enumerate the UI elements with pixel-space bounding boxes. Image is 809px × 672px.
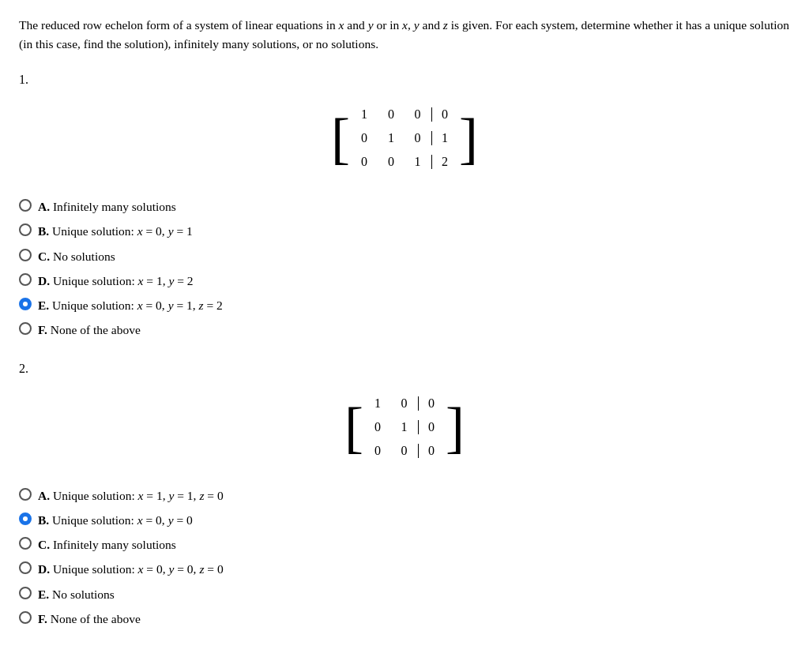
option-1e[interactable]: E. Unique solution: x = 0, y = 1, z = 2 (19, 296, 790, 314)
question-1-section: 1. [ 1 0 0 0 0 1 0 1 0 0 1 2 ] (19, 73, 790, 340)
cell-1-2-2: 1 (380, 131, 402, 145)
cell-1-3-3: 1 (407, 155, 432, 169)
matrix-1: [ 1 0 0 0 0 1 0 1 0 0 1 2 ] (331, 103, 478, 174)
option-1f-label: F. None of the above (38, 321, 141, 339)
cell-2-1-1: 1 (367, 396, 389, 411)
radio-1e[interactable] (19, 298, 32, 310)
option-2a[interactable]: A. Unique solution: x = 1, y = 1, z = 0 (19, 486, 790, 505)
matrix-2: [ 1 0 0 0 1 0 0 0 0 ] (344, 392, 465, 463)
question-2-options: A. Unique solution: x = 1, y = 1, z = 0 … (19, 486, 790, 629)
option-2e[interactable]: E. No solutions (19, 585, 790, 603)
cell-2-1-2: 0 (393, 396, 419, 411)
cell-2-3-3: 0 (420, 444, 442, 458)
cell-2-3-1: 0 (367, 444, 389, 458)
radio-2a[interactable] (19, 488, 32, 501)
option-1d[interactable]: D. Unique solution: x = 1, y = 2 (19, 272, 790, 290)
option-2c-label: C. Infinitely many solutions (38, 535, 176, 554)
option-2b-label: B. Unique solution: x = 0, y = 0 (38, 511, 193, 529)
cell-1-1-4: 0 (434, 107, 456, 122)
radio-2c[interactable] (19, 537, 32, 550)
cell-1-2-1: 0 (353, 131, 375, 145)
option-2c[interactable]: C. Infinitely many solutions (19, 535, 790, 554)
cell-2-1-3: 0 (420, 396, 442, 411)
bracket-left-2: [ (344, 399, 363, 456)
matrix-2-container: [ 1 0 0 0 1 0 0 0 0 ] (19, 392, 790, 463)
cell-1-1-2: 0 (380, 107, 402, 122)
bracket-left-1: [ (331, 110, 350, 167)
cell-2-2-3: 0 (420, 420, 442, 434)
radio-1d[interactable] (19, 273, 32, 286)
option-2d-label: D. Unique solution: x = 0, y = 0, z = 0 (38, 560, 224, 578)
radio-2b[interactable] (19, 512, 32, 525)
option-1d-label: D. Unique solution: x = 1, y = 2 (38, 272, 194, 290)
radio-2e[interactable] (19, 587, 32, 599)
cell-2-2-2: 1 (393, 420, 419, 434)
question-2-section: 2. [ 1 0 0 0 1 0 0 0 0 ] A. Unique s (19, 362, 790, 629)
option-1c-label: C. No solutions (38, 247, 115, 265)
cell-2-2-1: 0 (367, 420, 389, 434)
radio-1f[interactable] (19, 322, 32, 335)
option-2e-label: E. No solutions (38, 585, 115, 603)
intro-paragraph: The reduced row echelon form of a system… (19, 16, 790, 54)
radio-1a[interactable] (19, 199, 32, 212)
cell-1-1-1: 1 (353, 107, 375, 122)
option-2f[interactable]: F. None of the above (19, 610, 790, 628)
option-1a[interactable]: A. Infinitely many solutions (19, 197, 790, 216)
option-2b[interactable]: B. Unique solution: x = 0, y = 0 (19, 511, 790, 529)
option-2a-label: A. Unique solution: x = 1, y = 1, z = 0 (38, 486, 224, 505)
option-1b-label: B. Unique solution: x = 0, y = 1 (38, 222, 193, 240)
bracket-right-2: ] (446, 399, 465, 456)
matrix-1-container: [ 1 0 0 0 0 1 0 1 0 0 1 2 ] (19, 103, 790, 174)
radio-2f[interactable] (19, 611, 32, 624)
option-1f[interactable]: F. None of the above (19, 321, 790, 339)
matrix-1-grid: 1 0 0 0 0 1 0 1 0 0 1 2 (353, 103, 456, 174)
radio-2d[interactable] (19, 561, 32, 574)
bracket-right-1: ] (459, 110, 478, 167)
option-2f-label: F. None of the above (38, 610, 141, 628)
cell-1-2-3: 0 (407, 131, 432, 145)
option-1a-label: A. Infinitely many solutions (38, 197, 176, 216)
question-2-number: 2. (19, 362, 790, 376)
radio-1b[interactable] (19, 223, 32, 236)
question-1-number: 1. (19, 73, 790, 87)
radio-1c[interactable] (19, 249, 32, 261)
cell-2-3-2: 0 (393, 444, 419, 458)
option-1c[interactable]: C. No solutions (19, 247, 790, 265)
cell-1-2-4: 1 (434, 131, 456, 145)
option-2d[interactable]: D. Unique solution: x = 0, y = 0, z = 0 (19, 560, 790, 578)
matrix-2-grid: 1 0 0 0 1 0 0 0 0 (367, 392, 442, 463)
cell-1-3-2: 0 (380, 155, 402, 169)
question-1-options: A. Infinitely many solutions B. Unique s… (19, 197, 790, 340)
cell-1-1-3: 0 (407, 107, 432, 122)
option-1e-label: E. Unique solution: x = 0, y = 1, z = 2 (38, 296, 223, 314)
cell-1-3-1: 0 (353, 155, 375, 169)
cell-1-3-4: 2 (434, 155, 456, 169)
option-1b[interactable]: B. Unique solution: x = 0, y = 1 (19, 222, 790, 240)
